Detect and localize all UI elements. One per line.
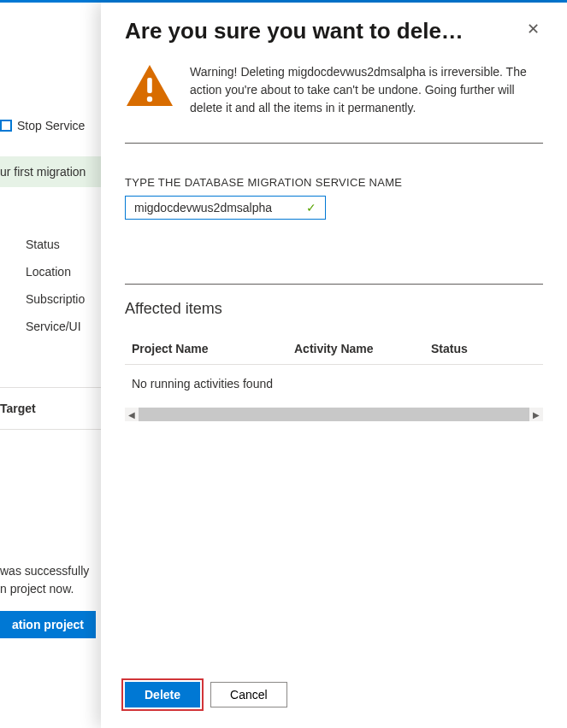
cancel-button[interactable]: Cancel	[210, 682, 287, 707]
migration-project-button[interactable]: ation project	[0, 611, 96, 638]
horizontal-scrollbar[interactable]: ◀ ▶	[125, 408, 543, 421]
warning-icon	[125, 63, 174, 108]
label-location: Location	[26, 265, 85, 279]
dialog-title: Are you sure you want to dele…	[125, 18, 464, 44]
success-message: was successfully n project now.	[0, 562, 89, 598]
affected-items-table: Project Name Activity Name Status No run…	[125, 333, 543, 421]
table-empty-message: No running activities found	[125, 365, 543, 402]
property-labels: Status Location Subscriptio Service/UI	[26, 238, 85, 333]
warning-section: Warning! Deleting migdocdevwus2dmsalpha …	[125, 63, 543, 144]
section-divider	[125, 284, 543, 285]
delete-button[interactable]: Delete	[125, 682, 200, 707]
close-button[interactable]: ✕	[523, 18, 543, 40]
confirm-input-wrapper: ✓	[125, 196, 326, 220]
scroll-right-arrow-icon[interactable]: ▶	[529, 408, 543, 421]
scroll-track[interactable]	[139, 408, 529, 421]
info-banner: ur first migration	[0, 156, 103, 187]
svg-rect-0	[147, 78, 152, 93]
checkmark-icon: ✓	[306, 201, 316, 214]
label-status: Status	[26, 238, 85, 251]
affected-items-heading: Affected items	[125, 300, 543, 318]
warning-text: Warning! Deleting migdocdevwus2dmsalpha …	[190, 63, 543, 117]
banner-text: ur first migration	[0, 165, 86, 179]
service-name-input[interactable]	[134, 201, 298, 214]
stop-icon	[0, 120, 12, 132]
column-activity-name: Activity Name	[294, 342, 431, 355]
confirm-name-section: TYPE THE DATABASE MIGRATION SERVICE NAME…	[125, 176, 543, 220]
delete-confirmation-panel: Are you sure you want to dele… ✕ Warning…	[101, 3, 567, 728]
target-section-heading: Target	[0, 387, 103, 430]
svg-point-1	[147, 97, 152, 102]
stop-service-label: Stop Service	[17, 119, 85, 132]
background-page: Stop Service ur first migration Status L…	[0, 3, 103, 728]
column-project-name: Project Name	[132, 342, 294, 355]
scroll-left-arrow-icon[interactable]: ◀	[125, 408, 139, 421]
stop-service-button[interactable]: Stop Service	[0, 114, 85, 138]
column-status: Status	[431, 342, 536, 355]
dialog-footer: Delete Cancel	[101, 670, 567, 728]
label-service-ui: Service/UI	[26, 320, 85, 333]
confirm-label: TYPE THE DATABASE MIGRATION SERVICE NAME	[125, 176, 543, 189]
label-subscription: Subscriptio	[26, 292, 85, 306]
close-icon: ✕	[527, 21, 540, 38]
table-header-row: Project Name Activity Name Status	[125, 333, 543, 365]
